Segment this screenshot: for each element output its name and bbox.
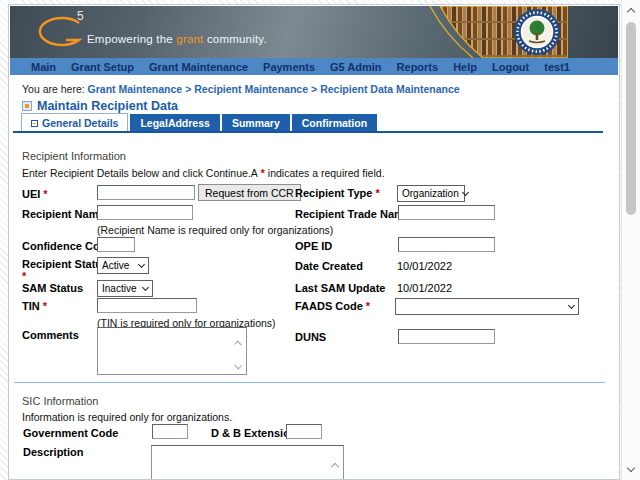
nav-item-grant-setup[interactable]: Grant Setup <box>71 61 134 73</box>
uei-label: UEI* <box>22 188 48 200</box>
nav-item-main[interactable]: Main <box>31 61 56 73</box>
recipient-status-select[interactable]: Active <box>97 257 149 274</box>
nav-item-help[interactable]: Help <box>453 61 477 73</box>
uei-input[interactable] <box>97 185 195 200</box>
banner: 5 Empowering the grant community. <box>10 6 618 58</box>
scroll-down-icon[interactable] <box>234 362 242 370</box>
tab-summary[interactable]: Summary <box>222 114 290 131</box>
last-sam-update-label: Last SAM Update <box>295 282 385 294</box>
tin-label: TIN* <box>22 300 47 312</box>
scroll-down-icon[interactable] <box>627 464 635 472</box>
department-of-education-seal <box>513 8 561 56</box>
duns-input[interactable] <box>398 329 495 344</box>
nav-item-g5-admin[interactable]: G5 Admin <box>330 61 382 73</box>
chevron-down-icon <box>138 261 145 268</box>
recipient-type-select[interactable]: Organization <box>397 185 465 202</box>
textarea-scrollbar[interactable] <box>330 464 340 480</box>
faads-code-select[interactable] <box>395 298 579 315</box>
main-navbar: Main Grant Setup Grant Maintenance Payme… <box>10 58 618 75</box>
chevron-down-icon <box>568 302 575 309</box>
nav-item-grant-maintenance[interactable]: Grant Maintenance <box>149 61 248 73</box>
recipient-status-label: Recipient Status* <box>22 258 108 282</box>
textarea-scrollbar[interactable] <box>233 342 243 368</box>
sam-status-select[interactable]: Inactive <box>97 280 153 297</box>
request-from-ccr-button[interactable]: Request from CCR <box>198 184 301 201</box>
recipient-name-note: (Recipient Name is required only for org… <box>97 224 333 236</box>
trade-name-input[interactable] <box>398 205 495 220</box>
description-label: Description <box>23 446 84 458</box>
required-marker: * <box>261 167 265 179</box>
breadcrumb-prefix: You are here: <box>22 83 85 95</box>
sic-information-heading: SIC Information <box>22 395 98 407</box>
comments-label: Comments <box>22 329 79 341</box>
breadcrumb-link-recipient-data-maintenance[interactable]: Recipient Data Maintenance <box>320 83 459 95</box>
general-details-form: Recipient Information Enter Recipient De… <box>9 134 619 479</box>
db-extension-input[interactable] <box>286 424 322 439</box>
g5-logo-number: 5 <box>77 9 84 23</box>
page-title: Maintain Recipient Data <box>37 99 178 113</box>
tab-bar: General Details LegalAddress Summary Con… <box>13 113 603 133</box>
government-code-label: Government Code <box>23 427 118 439</box>
scroll-up-icon[interactable] <box>627 8 635 16</box>
recipient-information-heading: Recipient Information <box>22 150 126 162</box>
page-title-icon <box>22 101 32 111</box>
chevron-down-icon <box>462 189 469 196</box>
breadcrumb-link-recipient-maintenance[interactable]: Recipient Maintenance <box>194 83 308 95</box>
nav-item-reports[interactable]: Reports <box>397 61 439 73</box>
trade-name-label: Recipient Trade Name <box>295 208 410 220</box>
scrollbar-thumb[interactable] <box>626 22 636 215</box>
duns-label: DUNS <box>295 331 326 343</box>
government-code-input[interactable] <box>152 424 188 439</box>
nav-item-logout[interactable]: Logout <box>492 61 529 73</box>
tab-general-details[interactable]: General Details <box>21 113 128 131</box>
chevron-down-icon <box>142 284 149 291</box>
page-scrollbar[interactable] <box>621 0 640 480</box>
db-extension-label: D & B Extension <box>211 427 297 439</box>
comments-textarea[interactable] <box>97 327 247 375</box>
date-created-label: Date Created <box>295 260 363 272</box>
ope-id-label: OPE ID <box>295 240 332 252</box>
sam-status-label: SAM Status <box>22 282 83 294</box>
tab-legal-address[interactable]: LegalAddress <box>130 114 219 131</box>
date-created-value: 10/01/2022 <box>397 260 452 272</box>
scroll-up-icon[interactable] <box>234 341 242 349</box>
tab-confirmation[interactable]: Confirmation <box>292 114 377 131</box>
breadcrumb-link-grant-maintenance[interactable]: Grant Maintenance <box>88 83 183 95</box>
ope-id-input[interactable] <box>398 237 495 252</box>
tagline-grant-word: grant <box>176 33 203 45</box>
banner-tagline: Empowering the grant community. <box>87 33 267 45</box>
form-instructions: Enter Recipient Details below and click … <box>22 167 385 179</box>
faads-code-label: FAADS Code* <box>295 300 370 312</box>
g5-logo-icon <box>33 16 83 48</box>
nav-item-payments[interactable]: Payments <box>263 61 315 73</box>
page-title-row: Maintain Recipient Data <box>22 99 178 113</box>
scroll-up-icon[interactable] <box>331 463 339 471</box>
last-sam-update-value: 10/01/2022 <box>397 282 452 294</box>
sic-note: Information is required only for organiz… <box>22 411 232 423</box>
tin-input[interactable] <box>97 298 197 313</box>
section-divider <box>14 382 605 383</box>
confidence-code-input[interactable] <box>97 237 135 252</box>
description-textarea[interactable] <box>151 445 344 480</box>
app-window: 5 Empowering the grant community. <box>8 4 620 480</box>
nav-item-username[interactable]: test1 <box>544 61 570 73</box>
recipient-type-label: Recipient Type* <box>295 187 380 199</box>
active-tab-icon <box>31 120 38 127</box>
recipient-name-input[interactable] <box>97 205 193 220</box>
breadcrumb: You are here: Grant Maintenance>Recipien… <box>22 83 460 95</box>
